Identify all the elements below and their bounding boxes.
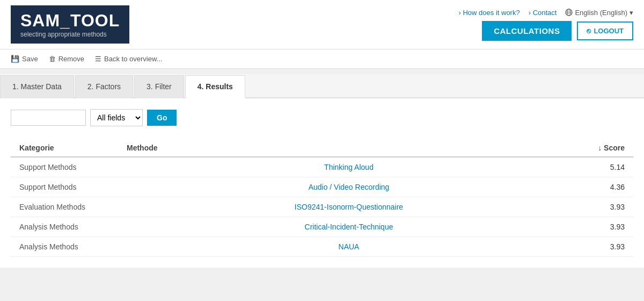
table-header-row: Kategorie Methode ↓ Score — [11, 139, 633, 157]
header-bottom-buttons: CALCULATIONS ⎋ LOGOUT — [482, 21, 633, 41]
calculations-button[interactable]: CALCULATIONS — [482, 21, 572, 41]
main-content: All fieldsKategorieMethodeScore Go Kateg… — [0, 98, 644, 268]
cell-methode[interactable]: Critical-Incident-Technique — [118, 217, 580, 237]
tab-filter[interactable]: 3. Filter — [134, 75, 184, 98]
table-row: Support Methods Audio / Video Recording … — [11, 177, 633, 197]
remove-button[interactable]: 🗑 Remove — [49, 55, 84, 63]
cell-score: 4.36 — [580, 177, 633, 197]
tab-master-data[interactable]: 1. Master Data — [0, 75, 74, 98]
table-row: Analysis Methods NAUA 3.93 — [11, 237, 633, 257]
save-icon: 💾 — [11, 55, 19, 63]
cell-kategorie: Support Methods — [11, 157, 118, 177]
logo-subtitle: selecting appropriate methods — [20, 31, 120, 38]
cell-score: 3.93 — [580, 217, 633, 237]
list-icon: ☰ — [95, 55, 101, 63]
column-header-score[interactable]: ↓ Score — [580, 139, 633, 157]
language-label: English (English) — [575, 9, 627, 17]
contact-link[interactable]: Contact — [529, 9, 557, 17]
cell-kategorie: Analysis Methods — [11, 237, 118, 257]
trash-icon: 🗑 — [49, 55, 56, 63]
cell-methode[interactable]: NAUA — [118, 237, 580, 257]
table-row: Support Methods Thinking Aloud 5.14 — [11, 157, 633, 177]
tab-results[interactable]: 4. Results — [185, 75, 245, 98]
logout-icon: ⎋ — [587, 27, 591, 35]
chevron-down-icon: ▾ — [630, 9, 633, 17]
table-row: Evaluation Methods ISO9241-Isonorm-Quest… — [11, 197, 633, 217]
search-bar: All fieldsKategorieMethodeScore Go — [11, 109, 633, 126]
cell-kategorie: Support Methods — [11, 177, 118, 197]
how-does-it-work-link[interactable]: How does it work? — [459, 9, 520, 17]
column-header-kategorie: Kategorie — [11, 139, 118, 157]
logo: SAM_TOOL selecting appropriate methods — [11, 5, 129, 44]
header: SAM_TOOL selecting appropriate methods H… — [0, 0, 644, 49]
tab-factors[interactable]: 2. Factors — [75, 75, 133, 98]
cell-methode[interactable]: ISO9241-Isonorm-Questionnaire — [118, 197, 580, 217]
search-field-select[interactable]: All fieldsKategorieMethodeScore — [90, 109, 143, 126]
toolbar: 💾 Save 🗑 Remove ☰ Back to overview... — [0, 49, 644, 69]
cell-score: 3.93 — [580, 197, 633, 217]
language-selector[interactable]: English (English) ▾ — [565, 9, 633, 17]
header-right: How does it work? Contact English (Engli… — [459, 9, 633, 41]
header-top-links: How does it work? Contact English (Engli… — [459, 9, 633, 17]
cell-methode[interactable]: Audio / Video Recording — [118, 177, 580, 197]
globe-icon — [565, 9, 573, 16]
back-label: Back to overview... — [104, 55, 162, 63]
table-row: Analysis Methods Critical-Incident-Techn… — [11, 217, 633, 237]
cell-kategorie: Evaluation Methods — [11, 197, 118, 217]
column-header-methode: Methode — [118, 139, 580, 157]
save-button[interactable]: 💾 Save — [11, 55, 38, 63]
search-input[interactable] — [11, 110, 86, 126]
logout-label: LOGOUT — [594, 27, 624, 35]
cell-kategorie: Analysis Methods — [11, 217, 118, 237]
save-label: Save — [22, 55, 38, 63]
remove-label: Remove — [58, 55, 84, 63]
go-button[interactable]: Go — [147, 110, 177, 126]
logout-button[interactable]: ⎋ LOGOUT — [577, 22, 633, 40]
back-to-overview-button[interactable]: ☰ Back to overview... — [95, 55, 162, 63]
results-table: Kategorie Methode ↓ Score Support Method… — [11, 139, 633, 257]
cell-score: 3.93 — [580, 237, 633, 257]
cell-methode[interactable]: Thinking Aloud — [118, 157, 580, 177]
cell-score: 5.14 — [580, 157, 633, 177]
tabs-container: 1. Master Data2. Factors3. Filter4. Resu… — [0, 74, 644, 98]
logo-title: SAM_TOOL — [20, 11, 120, 31]
